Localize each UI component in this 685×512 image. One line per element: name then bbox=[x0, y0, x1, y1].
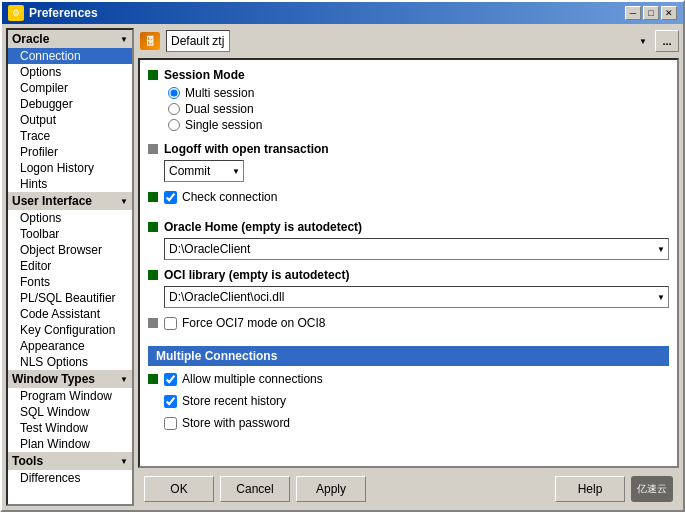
connection-icon: 🗄 bbox=[138, 31, 162, 51]
commit-dropdown[interactable]: Commit Rollback bbox=[164, 160, 244, 182]
check-connection-content: Check connection bbox=[164, 190, 669, 212]
connection-bar: 🗄 Default ztj ... bbox=[138, 28, 679, 54]
tree-item-appearance[interactable]: Appearance bbox=[8, 338, 132, 354]
allow-multiple-label: Allow multiple connections bbox=[182, 372, 323, 386]
check-connection-checkbox[interactable] bbox=[164, 191, 177, 204]
session-mode-section: Session Mode Multi session Dual session bbox=[148, 68, 669, 134]
oracle-section-label: Oracle bbox=[12, 32, 49, 46]
oracle-home-label: Oracle Home (empty is autodetect) bbox=[164, 220, 669, 234]
bottom-right-buttons: Help 亿速云 bbox=[555, 476, 673, 502]
oci-library-indicator bbox=[148, 270, 158, 280]
tree-item-logon-history[interactable]: Logon History bbox=[8, 160, 132, 176]
force-oci7-content: Force OCI7 mode on OCI8 bbox=[164, 316, 669, 338]
oracle-section-header[interactable]: Oracle ▼ bbox=[8, 30, 132, 48]
help-button[interactable]: Help bbox=[555, 476, 625, 502]
tree-item-nls-options[interactable]: NLS Options bbox=[8, 354, 132, 370]
tree-item-test-window[interactable]: Test Window bbox=[8, 420, 132, 436]
force-oci7-indicator bbox=[148, 318, 158, 328]
maximize-button[interactable]: □ bbox=[643, 6, 659, 20]
tree-item-key-configuration[interactable]: Key Configuration bbox=[8, 322, 132, 338]
tree-item-object-browser[interactable]: Object Browser bbox=[8, 242, 132, 258]
window-types-section-header[interactable]: Window Types ▼ bbox=[8, 370, 132, 388]
radio-dual-session-input[interactable] bbox=[168, 103, 180, 115]
commit-dropdown-wrapper: Commit Rollback bbox=[164, 160, 244, 182]
left-panel: Oracle ▼ Connection Options Compiler Deb… bbox=[6, 28, 134, 506]
radio-multi-session-input[interactable] bbox=[168, 87, 180, 99]
app-icon: ⚙ bbox=[8, 5, 24, 21]
tree-item-plan-window[interactable]: Plan Window bbox=[8, 436, 132, 452]
tools-section-arrow: ▼ bbox=[120, 457, 128, 466]
window-types-section-label: Window Types bbox=[12, 372, 95, 386]
minimize-button[interactable]: ─ bbox=[625, 6, 641, 20]
logoff-indicator bbox=[148, 144, 158, 154]
bottom-left-buttons: OK Cancel Apply bbox=[144, 476, 366, 502]
right-panel: 🗄 Default ztj ... Session Mode bbox=[138, 28, 679, 506]
preferences-window: ⚙ Preferences ─ □ ✕ Oracle ▼ Connection … bbox=[0, 0, 685, 512]
tree-item-plsql-beautifier[interactable]: PL/SQL Beautifier bbox=[8, 290, 132, 306]
content-area: Oracle ▼ Connection Options Compiler Deb… bbox=[2, 24, 683, 510]
force-oci7-row: Force OCI7 mode on OCI8 bbox=[164, 316, 669, 330]
check-connection-indicator bbox=[148, 192, 158, 202]
session-mode-radio-group: Multi session Dual session Single sessio… bbox=[168, 86, 669, 132]
ellipsis-button[interactable]: ... bbox=[655, 30, 679, 52]
allow-multiple-content: Allow multiple connections Store recent … bbox=[164, 372, 669, 438]
oracle-home-dropdown[interactable]: D:\OracleClient bbox=[164, 238, 669, 260]
tree-item-hints[interactable]: Hints bbox=[8, 176, 132, 192]
window-controls: ─ □ ✕ bbox=[625, 6, 677, 20]
oci-library-dropdown-wrapper: D:\OracleClient\oci.dll ▼ bbox=[164, 286, 669, 308]
store-recent-row: Store recent history bbox=[164, 394, 669, 408]
check-connection-label: Check connection bbox=[182, 190, 277, 204]
session-mode-content: Session Mode Multi session Dual session bbox=[164, 68, 669, 134]
tools-section-header[interactable]: Tools ▼ bbox=[8, 452, 132, 470]
radio-single-session-input[interactable] bbox=[168, 119, 180, 131]
oci-library-section: OCI library (empty is autodetect) D:\Ora… bbox=[148, 268, 669, 308]
user-interface-section-label: User Interface bbox=[12, 194, 92, 208]
logoff-section: Logoff with open transaction Commit Roll… bbox=[148, 142, 669, 182]
multiple-connections-header: Multiple Connections bbox=[148, 346, 669, 366]
apply-button[interactable]: Apply bbox=[296, 476, 366, 502]
radio-dual-session-label: Dual session bbox=[185, 102, 254, 116]
store-password-checkbox[interactable] bbox=[164, 417, 177, 430]
oracle-section-arrow: ▼ bbox=[120, 35, 128, 44]
store-recent-checkbox[interactable] bbox=[164, 395, 177, 408]
logoff-label: Logoff with open transaction bbox=[164, 142, 669, 156]
oci-library-dropdown[interactable]: D:\OracleClient\oci.dll bbox=[164, 286, 669, 308]
tree-item-toolbar[interactable]: Toolbar bbox=[8, 226, 132, 242]
tree-item-compiler[interactable]: Compiler bbox=[8, 80, 132, 96]
tree-item-code-assistant[interactable]: Code Assistant bbox=[8, 306, 132, 322]
oci-library-label: OCI library (empty is autodetect) bbox=[164, 268, 669, 282]
user-interface-section-header[interactable]: User Interface ▼ bbox=[8, 192, 132, 210]
tree-item-connection[interactable]: Connection bbox=[8, 48, 132, 64]
store-password-label: Store with password bbox=[182, 416, 290, 430]
allow-multiple-row: Allow multiple connections bbox=[164, 372, 669, 386]
store-password-row: Store with password bbox=[164, 416, 669, 430]
tree-item-options[interactable]: Options bbox=[8, 64, 132, 80]
ok-button[interactable]: OK bbox=[144, 476, 214, 502]
oracle-home-section: Oracle Home (empty is autodetect) D:\Ora… bbox=[148, 220, 669, 260]
tree-item-differences[interactable]: Differences bbox=[8, 470, 132, 486]
force-oci7-checkbox[interactable] bbox=[164, 317, 177, 330]
session-mode-label: Session Mode bbox=[164, 68, 669, 82]
tree-item-fonts[interactable]: Fonts bbox=[8, 274, 132, 290]
cancel-button[interactable]: Cancel bbox=[220, 476, 290, 502]
tools-section-label: Tools bbox=[12, 454, 43, 468]
tree-item-trace[interactable]: Trace bbox=[8, 128, 132, 144]
tree-item-debugger[interactable]: Debugger bbox=[8, 96, 132, 112]
tree-item-editor[interactable]: Editor bbox=[8, 258, 132, 274]
tree-item-output[interactable]: Output bbox=[8, 112, 132, 128]
close-button[interactable]: ✕ bbox=[661, 6, 677, 20]
titlebar: ⚙ Preferences ─ □ ✕ bbox=[2, 2, 683, 24]
allow-multiple-indicator bbox=[148, 374, 158, 384]
radio-dual-session: Dual session bbox=[168, 102, 669, 116]
db-icon: 🗄 bbox=[140, 32, 160, 50]
force-oci7-section: Force OCI7 mode on OCI8 bbox=[148, 316, 669, 338]
tree-item-sql-window[interactable]: SQL Window bbox=[8, 404, 132, 420]
oracle-home-dropdown-wrapper: D:\OracleClient ▼ bbox=[164, 238, 669, 260]
allow-multiple-checkbox[interactable] bbox=[164, 373, 177, 386]
watermark: 亿速云 bbox=[631, 476, 673, 502]
check-connection-row: Check connection bbox=[164, 190, 669, 204]
tree-item-profiler[interactable]: Profiler bbox=[8, 144, 132, 160]
tree-item-ui-options[interactable]: Options bbox=[8, 210, 132, 226]
tree-item-program-window[interactable]: Program Window bbox=[8, 388, 132, 404]
connection-dropdown[interactable]: Default ztj bbox=[166, 30, 230, 52]
